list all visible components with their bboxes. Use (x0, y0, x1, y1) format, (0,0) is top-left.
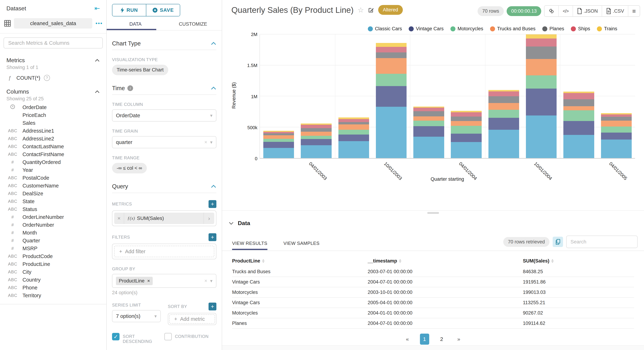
bar-segment-ships[interactable] (526, 38, 556, 46)
column-header-timestamp[interactable]: __timestamp (368, 258, 523, 264)
bar-segment-ships[interactable] (338, 119, 369, 122)
bar-segment-planes[interactable] (451, 117, 482, 121)
add-sort-metric-dropzone[interactable]: + Add metric (169, 314, 215, 324)
column-item[interactable]: ABC DealSize (0, 190, 106, 197)
group-by-tag[interactable]: ProductLine× (116, 277, 153, 285)
clear-icon[interactable]: × (204, 139, 207, 145)
time-column-select[interactable]: OrderDate ▾ (112, 109, 216, 121)
bar-segment-vintage-cars[interactable] (451, 134, 482, 142)
bar-segment-motorcycles[interactable] (413, 121, 444, 126)
bar-2005-01-01[interactable] (560, 34, 598, 158)
bar-segment-trains[interactable] (376, 43, 406, 47)
column-item[interactable]: ABC Status (0, 205, 106, 213)
bar-segment-trucks-and-buses[interactable] (413, 116, 444, 121)
metric-item[interactable]: ƒ COUNT(*) ? (0, 72, 106, 84)
bar-2004-04-01[interactable]: 04/01/2004 (448, 34, 485, 158)
column-header-sumsales[interactable]: SUM(Sales) (523, 258, 634, 264)
pagination-next[interactable]: » (454, 336, 464, 342)
bar-segment-planes[interactable] (413, 111, 444, 116)
data-search-input[interactable] (566, 236, 638, 248)
column-item[interactable]: ABC ContactLastName (0, 143, 106, 150)
bar-segment-trucks-and-buses[interactable] (301, 132, 332, 136)
export-csv-button[interactable]: .CSV (602, 6, 628, 16)
bar-segment-trains[interactable] (488, 90, 519, 91)
collapse-section-icon[interactable] (211, 86, 216, 90)
bar-segment-planes[interactable] (526, 46, 556, 59)
column-item[interactable]: ABC Territory (0, 292, 106, 299)
tab-view-samples[interactable]: VIEW SAMPLES (284, 241, 320, 250)
favorite-star-icon[interactable]: ☆ (358, 6, 364, 14)
bar-segment-trucks-and-buses[interactable] (526, 59, 556, 75)
bar-segment-motorcycles[interactable] (601, 126, 632, 133)
copy-data-button[interactable] (553, 237, 563, 247)
bar-segment-trains[interactable] (338, 117, 369, 119)
bar-segment-vintage-cars[interactable] (563, 121, 594, 135)
bar-segment-classic-cars[interactable] (413, 137, 444, 158)
bar-segment-classic-cars[interactable] (526, 115, 556, 158)
add-filter-dropzone[interactable]: + Add filter (114, 246, 214, 257)
column-item[interactable]: ABC AddressLine1 (0, 127, 106, 135)
dataset-more-options-icon[interactable]: ••• (95, 20, 103, 26)
bar-segment-vintage-cars[interactable] (488, 118, 519, 130)
column-item[interactable]: # OrderNumber (0, 221, 106, 229)
bar-2003-10-01[interactable]: 10/01/2003 (372, 34, 410, 158)
tab-data[interactable]: DATA (107, 19, 164, 30)
bar-segment-motorcycles[interactable] (376, 74, 406, 86)
edit-title-icon[interactable] (368, 7, 374, 13)
column-item[interactable]: ABC ProductLine (0, 260, 106, 268)
column-item[interactable]: ABC Country (0, 276, 106, 284)
table-row[interactable]: Vintage Cars 2005-04-01 00:00:00 113255.… (232, 298, 634, 308)
column-header-productline[interactable]: ProductLine (232, 258, 368, 264)
column-item[interactable]: ABC AddressLine2 (0, 135, 106, 143)
bar-segment-classic-cars[interactable] (301, 145, 332, 158)
bar-segment-motorcycles[interactable] (488, 110, 519, 118)
series-limit-select[interactable]: 7 option(s) ▾ (112, 310, 161, 322)
column-item[interactable]: ABC City (0, 268, 106, 276)
table-row[interactable]: Vintage Cars 2004-07-01 00:00:00 191951.… (232, 277, 634, 287)
column-item[interactable]: # Month (0, 229, 106, 237)
bar-segment-trains[interactable] (301, 123, 332, 125)
panel-resize-handle[interactable] (427, 212, 439, 214)
bar-segment-planes[interactable] (488, 96, 519, 103)
pagination-page-2[interactable]: 2 (437, 336, 446, 342)
legend-item[interactable]: Planes (542, 26, 564, 31)
bar-segment-ships[interactable] (601, 114, 632, 117)
column-item[interactable]: ABC ProductCode (0, 252, 106, 260)
legend-item[interactable]: Trucks and Buses (490, 26, 536, 31)
bar-segment-ships[interactable] (563, 93, 594, 99)
bar-segment-trains[interactable] (526, 34, 556, 38)
legend-item[interactable]: Ships (571, 26, 590, 31)
bar-segment-vintage-cars[interactable] (526, 89, 556, 115)
bar-segment-motorcycles[interactable] (338, 130, 369, 135)
bar-segment-classic-cars[interactable] (376, 107, 406, 158)
column-item[interactable]: ABC PostalCode (0, 174, 106, 182)
metric-pill[interactable]: × ƒ(x)SUM(Sales) › (114, 213, 214, 224)
bar-segment-classic-cars[interactable] (488, 130, 519, 158)
column-item[interactable]: # MSRP (0, 245, 106, 252)
collapse-data-icon[interactable] (228, 222, 234, 225)
bar-segment-trains[interactable] (563, 92, 594, 93)
bar-segment-motorcycles[interactable] (451, 126, 482, 134)
bar-segment-motorcycles[interactable] (526, 75, 556, 89)
export-json-button[interactable]: .JSON (573, 6, 602, 16)
table-row[interactable]: Trucks and Buses 2003-07-01 00:00:00 846… (232, 267, 634, 277)
time-grain-select[interactable]: quarter × ▾ (112, 136, 216, 148)
tab-customize[interactable]: CUSTOMIZE (164, 19, 222, 30)
bar-segment-ships[interactable] (301, 125, 332, 128)
copy-link-button[interactable] (544, 6, 558, 16)
remove-tag-icon[interactable]: × (147, 278, 150, 283)
bar-2005-04-01[interactable]: 04/01/2005 (598, 34, 635, 158)
bar-segment-trucks-and-buses[interactable] (338, 124, 369, 130)
bar-segment-vintage-cars[interactable] (263, 142, 294, 148)
save-button[interactable]: SAVE (146, 4, 180, 16)
menu-button[interactable]: ≡ (628, 6, 640, 16)
bar-2004-10-01[interactable]: 10/01/2004 (522, 34, 560, 158)
bar-segment-classic-cars[interactable] (563, 135, 594, 158)
search-metrics-columns-input[interactable] (4, 37, 103, 48)
legend-item[interactable]: Classic Cars (368, 26, 402, 31)
bar-2004-07-01[interactable] (485, 34, 522, 158)
bar-segment-trains[interactable] (451, 111, 482, 112)
altered-badge[interactable]: Altered (378, 5, 403, 15)
bar-segment-planes[interactable] (601, 117, 632, 121)
legend-item[interactable]: Trains (597, 26, 617, 31)
